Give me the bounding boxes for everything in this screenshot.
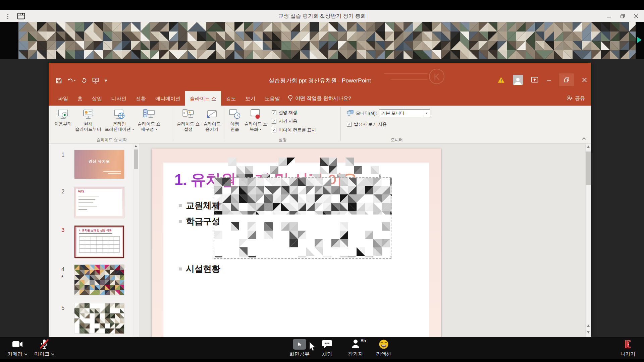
setup-slideshow-button[interactable]: 슬라이드 쇼설정: [175, 107, 202, 133]
ribbon-display-options-icon[interactable]: [531, 77, 538, 83]
slide-canvas: 1. 유치원 소개 및 선정 이유 교원체제 학급구성: [139, 143, 585, 337]
tab-review[interactable]: 검토: [221, 91, 240, 106]
slide-thumbnail-5[interactable]: [74, 303, 124, 334]
setup-slideshow-icon: [182, 107, 194, 121]
reactions-button[interactable]: 리액션: [372, 339, 396, 357]
scrollbar-thumb[interactable]: [134, 149, 138, 169]
previous-slide-icon[interactable]: [587, 324, 590, 327]
editor-scrollbar[interactable]: [585, 143, 591, 337]
ppt-titlebar: 실습평가회 ppt 경산유치원 - PowerPoint K: [49, 63, 591, 91]
screen: 교생 실습 평가회 & 상반기 정기 총회: [0, 0, 644, 362]
from-current-slide-icon: [82, 107, 94, 121]
share-person-icon: [567, 95, 573, 102]
tab-transitions[interactable]: 전환: [131, 91, 151, 106]
group-start-slideshow: 처음부터 현재슬라이드부터 온라인프레젠테이션: [51, 106, 172, 143]
slide-number: 5: [61, 305, 64, 311]
tab-view[interactable]: 보기: [240, 91, 260, 106]
pixelated-slide-content: [220, 158, 381, 178]
tab-home[interactable]: 홈: [73, 91, 87, 106]
minimize-icon[interactable]: [602, 10, 616, 22]
from-beginning-icon: [57, 107, 69, 121]
record-slideshow-button[interactable]: 슬라이드 쇼녹화: [243, 107, 269, 133]
monitor-select[interactable]: 기본 모니터: [379, 109, 430, 117]
meeting-title: 교생 실습 평가회 & 상반기 정기 총회: [0, 10, 644, 22]
pixelated-participant-videos: [18, 22, 636, 59]
checkbox-show-media-controls[interactable]: ✓ 미디어 컨트롤 표시: [272, 127, 316, 133]
group-label-setup: 설정: [226, 137, 340, 143]
participants-button[interactable]: 85 참가자: [341, 339, 370, 357]
group-setup-a: 슬라이드 쇼설정 슬라이드숨기기: [174, 106, 224, 143]
scroll-up-icon[interactable]: [135, 145, 137, 147]
tab-help[interactable]: 도움말: [260, 91, 284, 106]
custom-slideshow-button[interactable]: 슬라이드 쇼재구성: [136, 107, 162, 133]
camera-button[interactable]: 카메라: [5, 339, 30, 357]
checkbox-checked-icon: ✓: [347, 122, 352, 127]
mic-muted-icon: [41, 339, 48, 350]
slide-bullet-2: 학급구성: [179, 216, 220, 227]
rehearse-timings-icon: [229, 107, 241, 121]
lightbulb-icon: [288, 95, 293, 102]
ppt-workspace: 1 경산 유치원 2 목차: [49, 143, 591, 337]
hide-slide-icon: [206, 107, 218, 121]
chat-icon: [322, 339, 332, 350]
rehearse-timings-button[interactable]: 예행연습: [227, 107, 243, 133]
slide-thumbnail-4[interactable]: [74, 265, 124, 295]
leave-button[interactable]: 나가기: [616, 339, 640, 357]
next-slide-icon[interactable]: [587, 331, 590, 334]
ribbon-separator: [225, 107, 225, 141]
slide-thumbnail-1[interactable]: 경산 유치원: [74, 150, 124, 179]
meeting-titlebar: 교생 실습 평가회 & 상반기 정기 총회: [0, 10, 644, 22]
checkbox-use-presenter-view[interactable]: ✓ 발표자 보기 사용: [347, 121, 430, 127]
close-icon[interactable]: [629, 10, 643, 22]
participant-video-strip: [0, 22, 644, 59]
tab-slideshow[interactable]: 슬라이드 쇼: [185, 91, 221, 106]
scroll-up-icon[interactable]: [587, 145, 590, 148]
checkbox-play-narrations[interactable]: ✓ 설명 재생: [272, 110, 316, 116]
slide-editor[interactable]: 1. 유치원 소개 및 선정 이유 교원체제 학급구성: [152, 148, 441, 337]
slide-thumbnail-2[interactable]: 목차: [74, 187, 124, 218]
share-button[interactable]: 공유: [567, 91, 585, 106]
table-placeholder-border[interactable]: [214, 177, 391, 259]
powerpoint-window: 실습평가회 ppt 경산유치원 - PowerPoint K: [49, 63, 591, 337]
meeting-toolbar: 카메라 마이크 화면공유 채팅: [0, 337, 644, 359]
slide-thumbnail-3-selected[interactable]: 1. 유치원 소개 및 선정 이유: [74, 226, 124, 258]
from-beginning-button[interactable]: 처음부터: [53, 107, 73, 127]
checkbox-use-timings[interactable]: ✓ 시간 사용: [272, 118, 316, 124]
thumbnail-scrollbar[interactable]: [133, 143, 138, 337]
chevron-down-icon[interactable]: [423, 110, 430, 117]
bullet-square-icon: [179, 220, 182, 223]
bullet-square-icon: [179, 267, 182, 270]
screen-share-button[interactable]: 화면공유: [287, 339, 312, 357]
chevron-down-icon: [51, 353, 54, 355]
checkbox-checked-icon: ✓: [272, 119, 276, 124]
restore-icon[interactable]: [616, 10, 629, 22]
present-online-icon: [113, 107, 125, 121]
hide-slide-button[interactable]: 슬라이드숨기기: [202, 107, 222, 133]
ppt-restore-icon[interactable]: [559, 73, 574, 86]
next-participants-arrow-icon[interactable]: [637, 37, 642, 43]
tell-me-box[interactable]: 어떤 작업을 원하시나요?: [284, 91, 355, 106]
thumbnail-1-background: [74, 150, 124, 179]
monitor-icon: [347, 110, 354, 117]
collapse-ribbon-icon[interactable]: [582, 135, 586, 141]
thumbnail-3-title: 1. 유치원 소개 및 선정 이유: [79, 229, 112, 232]
chat-button[interactable]: 채팅: [315, 339, 339, 357]
mic-button[interactable]: 마이크: [32, 339, 56, 357]
scrollbar-thumb[interactable]: [586, 152, 591, 185]
group-label-start: 슬라이드 쇼 시작: [51, 137, 172, 143]
tab-design[interactable]: 디자인: [107, 91, 131, 106]
tab-animations[interactable]: 애니메이션: [151, 91, 185, 106]
slide-number-selected: 3: [61, 227, 64, 234]
thumbnail-3-table: [79, 236, 120, 253]
warning-icon[interactable]: [497, 77, 505, 83]
ppt-minimize-icon[interactable]: [546, 77, 551, 82]
from-current-slide-button[interactable]: 현재슬라이드부터: [73, 107, 103, 133]
tab-insert[interactable]: 삽입: [87, 91, 107, 106]
leave-door-icon: [624, 339, 632, 350]
tab-file[interactable]: 파일: [53, 91, 73, 106]
participants-count: 85: [361, 338, 366, 343]
laughing-emoji-icon: [379, 339, 389, 350]
account-avatar[interactable]: [513, 75, 523, 85]
present-online-button[interactable]: 온라인프레젠테이션: [103, 107, 136, 133]
ppt-close-icon[interactable]: [582, 77, 587, 82]
